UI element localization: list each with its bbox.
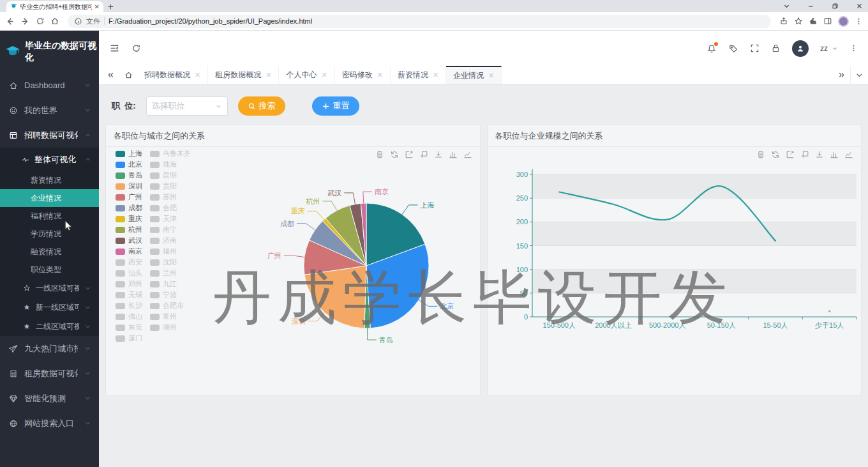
menu-fold-icon[interactable] — [109, 43, 120, 54]
page-tab[interactable]: 租房数据概况✕ — [208, 66, 279, 84]
data-view-icon[interactable] — [375, 150, 384, 159]
legend-item[interactable]: 成都 — [116, 203, 142, 213]
legend-item[interactable]: 福州 — [150, 246, 191, 257]
page-tab[interactable]: 密码修改✕ — [335, 66, 391, 84]
sidebar-subitem[interactable]: 薪资情况 — [0, 171, 99, 189]
back-icon[interactable] — [5, 17, 15, 26]
sidebar-item[interactable]: 网站搜索入口 — [0, 411, 99, 436]
reset-button[interactable]: 重置 — [312, 96, 359, 116]
fullscreen-icon[interactable] — [750, 43, 760, 53]
notification-bell-icon[interactable] — [707, 43, 717, 54]
legend-item[interactable]: 南京 — [116, 246, 142, 257]
sidebar-item[interactable]: 整体可视化 — [0, 148, 99, 171]
tab-search-chevron-icon[interactable] — [783, 3, 790, 10]
legend-item[interactable]: 常州 — [150, 311, 191, 322]
legend-item[interactable]: 昆明 — [150, 170, 191, 181]
browser-profile-avatar[interactable] — [838, 16, 849, 27]
user-avatar[interactable] — [792, 40, 809, 57]
legend-item[interactable]: 贵阳 — [150, 181, 191, 192]
legend-item[interactable]: 北京 — [116, 159, 142, 170]
reset-zoom-box-icon[interactable] — [800, 150, 809, 159]
address-bar[interactable]: 文件 F:/Graduation_project/20/python_job_s… — [68, 15, 771, 28]
sidebar-subitem[interactable]: 企业情况 — [0, 189, 99, 207]
legend-item[interactable]: 宁波 — [150, 289, 191, 300]
sidebar-item[interactable]: 我的世界 — [0, 98, 99, 123]
tag-icon[interactable] — [728, 43, 738, 54]
maximize-icon[interactable] — [832, 3, 839, 10]
legend-item[interactable]: 苏州 — [150, 192, 191, 203]
sidebar-item[interactable]: 二线区域可视化 — [0, 317, 99, 336]
job-select[interactable]: 选择职位 — [146, 96, 228, 116]
sidebar-item[interactable]: 租房数据可视化 — [0, 361, 99, 386]
extensions-puzzle-icon[interactable] — [809, 17, 818, 26]
lock-icon[interactable] — [771, 43, 781, 53]
switch-to-bar-icon[interactable] — [830, 150, 839, 159]
legend-item[interactable]: 杭州 — [116, 224, 142, 235]
legend-item[interactable]: 南宁 — [150, 224, 191, 235]
legend-item[interactable]: 沈阳 — [150, 257, 191, 268]
legend-item[interactable]: 乌鲁木齐 — [150, 148, 191, 159]
legend-item[interactable]: 郑州 — [116, 279, 142, 289]
bookmark-star-icon[interactable] — [794, 17, 803, 26]
switch-to-bar-icon[interactable] — [449, 150, 458, 159]
search-button[interactable]: 搜索 — [238, 96, 285, 116]
new-tab-button[interactable] — [103, 1, 117, 12]
close-window-icon[interactable] — [856, 3, 863, 10]
legend-item[interactable]: 天津 — [150, 213, 191, 224]
page-tab[interactable]: 个人中心✕ — [279, 66, 334, 84]
pie-slice[interactable] — [304, 266, 366, 328]
sidebar-item[interactable]: 新一线区域可视化 — [0, 298, 99, 317]
sidebar-subitem[interactable]: 融资情况 — [0, 243, 99, 261]
tab-close-icon[interactable]: ✕ — [94, 3, 100, 10]
info-icon[interactable] — [74, 17, 82, 26]
isolated-data-point[interactable] — [828, 310, 830, 312]
tab-close-icon[interactable]: ✕ — [377, 71, 383, 79]
legend-item[interactable]: 无锡 — [116, 289, 142, 300]
legend-item[interactable]: 汕头 — [116, 268, 142, 279]
sidebar-item[interactable]: 招聘数据可视化 — [0, 123, 99, 148]
switch-to-line-icon[interactable] — [844, 150, 853, 159]
tabs-scroll-right-icon[interactable] — [832, 66, 850, 84]
sidebar-item[interactable]: 智能化预测 — [0, 386, 99, 411]
switch-to-line-icon[interactable] — [463, 150, 472, 159]
header-kebab-icon[interactable] — [849, 44, 858, 52]
legend-item[interactable]: 广州 — [116, 192, 142, 203]
save-image-icon[interactable] — [434, 150, 443, 159]
minimize-icon[interactable] — [807, 3, 814, 10]
sidebar-subitem[interactable]: 福利情况 — [0, 207, 99, 225]
tab-close-icon[interactable]: ✕ — [195, 71, 200, 79]
legend-item[interactable]: 东莞 — [116, 322, 142, 333]
legend-item[interactable]: 合肥市 — [150, 300, 191, 311]
share-icon[interactable] — [779, 17, 788, 26]
legend-item[interactable]: 珠海 — [150, 159, 191, 170]
tab-close-icon[interactable]: ✕ — [266, 71, 271, 79]
restore-icon[interactable] — [771, 150, 780, 159]
username-label[interactable]: zz — [820, 44, 828, 53]
legend-item[interactable]: 西安 — [116, 257, 142, 268]
side-panel-icon[interactable] — [823, 17, 832, 26]
page-tab[interactable]: 企业情况✕ — [446, 66, 502, 84]
forward-icon[interactable] — [20, 17, 30, 26]
tabs-scroll-left-icon[interactable] — [101, 66, 119, 84]
tab-close-icon[interactable]: ✕ — [433, 71, 438, 79]
legend-item[interactable]: 合肥 — [150, 203, 191, 213]
data-view-icon[interactable] — [756, 150, 765, 159]
home-tab-icon[interactable] — [119, 66, 137, 84]
user-caret-down-icon[interactable] — [832, 45, 838, 52]
tab-close-icon[interactable]: ✕ — [321, 71, 327, 79]
legend-item[interactable]: 兰州 — [150, 268, 191, 279]
legend-item[interactable]: 青岛 — [116, 170, 142, 181]
browser-menu-kebab-icon[interactable] — [855, 17, 863, 26]
home-icon[interactable] — [50, 17, 59, 26]
reload-icon[interactable] — [36, 17, 45, 26]
legend-item[interactable]: 上海 — [116, 148, 142, 159]
zoom-box-icon[interactable] — [786, 150, 795, 159]
legend-item[interactable]: 佛山 — [116, 311, 142, 322]
tab-close-icon[interactable]: ✕ — [488, 72, 494, 80]
legend-item[interactable]: 九江 — [150, 279, 191, 289]
sidebar-subitem[interactable]: 学历情况 — [0, 225, 99, 243]
refresh-icon[interactable] — [131, 43, 141, 53]
zoom-box-icon[interactable] — [405, 150, 414, 159]
legend-item[interactable]: 厦门 — [116, 333, 142, 344]
reset-zoom-box-icon[interactable] — [419, 150, 428, 159]
